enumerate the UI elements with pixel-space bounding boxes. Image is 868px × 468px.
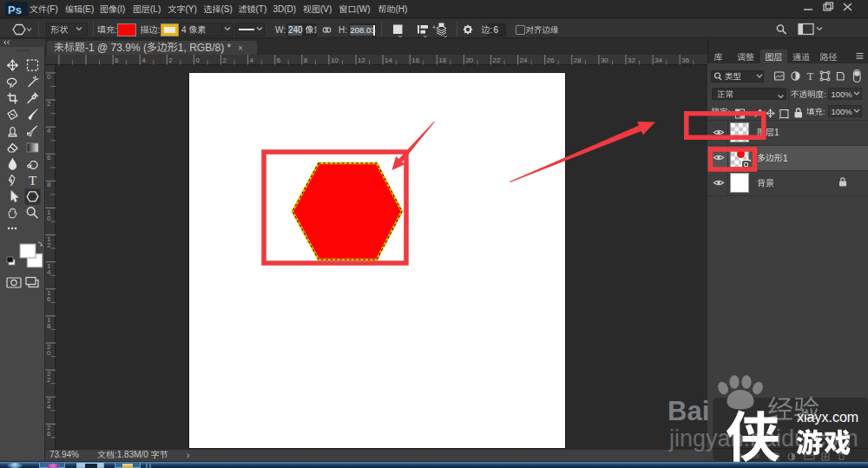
svg-text:xiayx.com: xiayx.com [797, 410, 858, 425]
svg-text:Bai: Bai [667, 396, 709, 426]
